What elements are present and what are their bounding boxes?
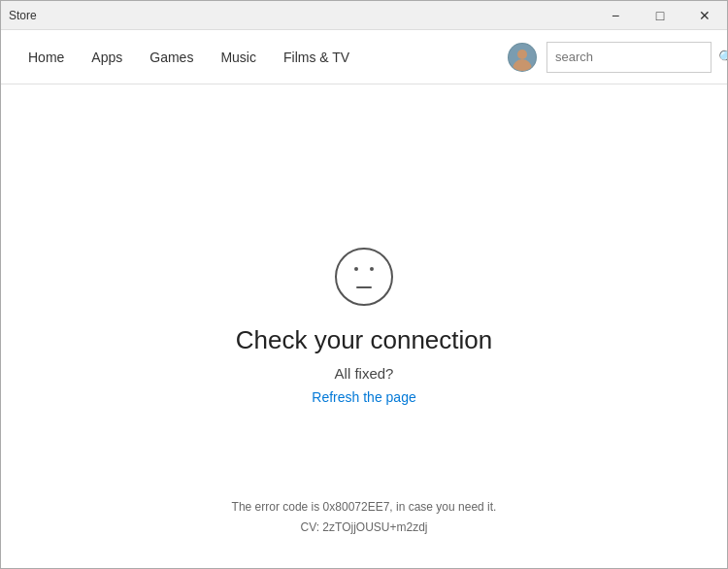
face-mouth [356, 286, 372, 288]
nav-bar: Home Apps Games Music Films & TV 🔍 [1, 30, 727, 84]
search-box[interactable]: 🔍 [546, 42, 711, 73]
refresh-link[interactable]: Refresh the page [312, 389, 415, 405]
error-subtitle: All fixed? [335, 365, 394, 382]
footer-info: The error code is 0x80072EE7, in case yo… [232, 497, 497, 539]
error-code-text: The error code is 0x80072EE7, in case yo… [232, 497, 497, 519]
error-icon [335, 248, 393, 306]
avatar-face [509, 44, 536, 71]
nav-right: 🔍 [508, 42, 711, 73]
close-button[interactable]: ✕ [682, 1, 727, 30]
cv-code-text: CV: 2zTOjjOUSU+m2zdj [232, 518, 497, 539]
minimize-button[interactable]: − [593, 1, 638, 30]
main-content: Check your connection All fixed? Refresh… [1, 84, 727, 568]
maximize-button[interactable]: □ [638, 1, 682, 30]
user-avatar[interactable] [508, 43, 537, 72]
nav-link-music[interactable]: Music [209, 42, 268, 73]
title-bar-left: Store [9, 9, 37, 22]
title-bar: Store − □ ✕ [1, 1, 727, 30]
search-icon: 🔍 [718, 50, 728, 65]
left-eye [354, 267, 358, 271]
nav-link-apps[interactable]: Apps [80, 42, 134, 73]
face-eyes [337, 267, 391, 271]
nav-link-films[interactable]: Films & TV [272, 42, 361, 73]
title-bar-controls: − □ ✕ [593, 1, 727, 30]
nav-link-home[interactable]: Home [17, 42, 76, 73]
search-input[interactable] [555, 50, 718, 64]
error-title: Check your connection [236, 325, 492, 355]
nav-links: Home Apps Games Music Films & TV [17, 42, 508, 73]
nav-link-games[interactable]: Games [138, 42, 205, 73]
title-bar-title: Store [9, 9, 37, 22]
right-eye [370, 267, 374, 271]
